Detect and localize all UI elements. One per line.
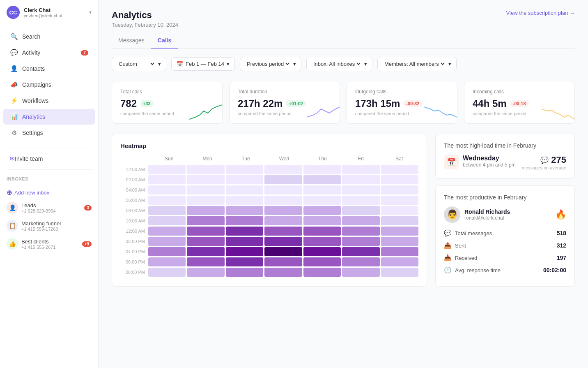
- sidebar-item-workflows[interactable]: ⚡ Workflows: [3, 93, 95, 109]
- heatmap-cell: [187, 257, 224, 266]
- heatmap-cell: [226, 237, 263, 246]
- heatmap-cell: [187, 185, 224, 194]
- calendar-icon: 📅: [444, 155, 459, 169]
- heatmap-day-label: Sun: [150, 156, 188, 162]
- sidebar-item-contacts[interactable]: 👤 Contacts: [3, 61, 95, 76]
- message-count-icon: 💬: [444, 229, 452, 237]
- org-email: yevhen@clerk.chat: [24, 13, 89, 18]
- heatmap-time-label: 02:00 PM: [120, 239, 148, 244]
- heatmap-cell: [303, 268, 341, 277]
- tab-calls[interactable]: Calls: [151, 33, 178, 49]
- compare-filter[interactable]: Previous period No comparison ▾: [240, 57, 301, 71]
- heatmap-cell: [148, 237, 186, 246]
- contacts-icon: 👤: [10, 65, 18, 73]
- tabs: Messages Calls: [112, 33, 575, 49]
- heatmap-cell: [303, 185, 341, 194]
- heatmap-cell: [148, 175, 186, 184]
- stats-row: Total calls 782 +33 compared the same pe…: [112, 81, 575, 124]
- user-name: Ronald Richards: [464, 208, 510, 215]
- period-select[interactable]: Custom Today Last 7 days Last 30 days: [117, 60, 156, 67]
- add-inbox-button[interactable]: ⊕ Add new inbox: [3, 186, 95, 199]
- heatmap-cell: [342, 268, 379, 277]
- heatmap-time-label: 08:00 PM: [120, 270, 148, 275]
- sidebar-item-label: Campaigns: [22, 81, 51, 88]
- sent-icon: 📤: [444, 242, 452, 249]
- activity-icon: 💬: [10, 49, 18, 57]
- heatmap-cell: [148, 196, 186, 205]
- avg-response-label: Avg. response time: [455, 267, 501, 273]
- compare-select[interactable]: Previous period No comparison: [245, 60, 291, 67]
- clock-icon: 🕐: [444, 266, 452, 274]
- high-load-msgs: 💬 275 messages on average: [520, 155, 566, 170]
- heatmap-card: Heatmap SunMonTueWedThuFriSat 12:00 AM02…: [112, 134, 427, 287]
- heatmap-cell: [264, 175, 302, 184]
- heatmap-cell: [342, 216, 379, 225]
- sidebar-header[interactable]: CC Clerk Chat yevhen@clerk.chat ▾: [0, 0, 98, 25]
- heatmap-day-label: Mon: [188, 156, 226, 162]
- heatmap-row: 08:00 AM: [120, 206, 418, 215]
- heatmap-cell: [148, 257, 186, 266]
- leads-badge: 3: [84, 205, 92, 211]
- heatmap-cell: [264, 268, 302, 277]
- marketing-icon: 📋: [7, 220, 18, 231]
- inbox-item-bestclients[interactable]: 👍 Best clients +1 415 555-2671 +9: [3, 235, 95, 252]
- heatmap-cell: [187, 175, 224, 184]
- date-range-filter[interactable]: 📅 Feb 1 — Feb 14 ▾: [171, 57, 235, 71]
- inbox-filter[interactable]: Inbox: All inboxes ▾: [306, 57, 372, 71]
- heatmap-cell: [148, 165, 186, 174]
- heatmap-grid: SunMonTueWedThuFriSat 12:00 AM02:00 AM04…: [120, 156, 418, 277]
- invite-team-button[interactable]: ✉ Invite team: [3, 152, 95, 166]
- sidebar-item-campaigns[interactable]: 📣 Campaigns: [3, 77, 95, 93]
- view-plan-link[interactable]: View the subscription plan →: [506, 10, 575, 16]
- inbox-select[interactable]: Inbox: All inboxes: [312, 60, 362, 67]
- user-row: 👨 Ronald Richards ronald@clerk.chat 🔥: [444, 206, 566, 223]
- heatmap-cell: [226, 216, 263, 225]
- bestclients-info: Best clients +1 415 555-2671: [21, 238, 82, 250]
- stat-card-incoming-calls: Incoming calls 44h 5m -00:18 compared th…: [464, 81, 575, 124]
- heatmap-cell: [264, 237, 302, 246]
- heatmap-day-label: Tue: [227, 156, 265, 162]
- productive-heading: The most productive in February: [444, 194, 566, 201]
- heatmap-row: 04:00 AM: [120, 185, 418, 194]
- heatmap-cell: [381, 175, 418, 184]
- heatmap-cells: [148, 268, 418, 277]
- right-panel: The most high-load time in February 📅 We…: [435, 134, 575, 287]
- heatmap-cell: [226, 196, 263, 205]
- marketing-info: Marketing funnel +1 415 559-17260: [21, 220, 92, 231]
- heatmap-time-label: 08:00 AM: [120, 208, 148, 213]
- stat-label: Total calls: [120, 89, 214, 95]
- heatmap-cell: [264, 196, 302, 205]
- heatmap-cells: [148, 185, 418, 194]
- heatmap-time-label: 04:00 AM: [120, 187, 148, 192]
- members-select[interactable]: Members: All members: [383, 60, 446, 67]
- sidebar-item-settings[interactable]: ⚙ Settings: [3, 125, 95, 141]
- sidebar-item-search[interactable]: 🔍 Search: [3, 29, 95, 44]
- heatmap-cell: [187, 227, 224, 236]
- heatmap-cell: [303, 196, 341, 205]
- invite-icon: ✉: [10, 155, 15, 162]
- inbox-item-marketing[interactable]: 📋 Marketing funnel +1 415 559-17260: [3, 217, 95, 234]
- heatmap-row: 12:00 AM: [120, 227, 418, 236]
- tab-messages[interactable]: Messages: [112, 33, 151, 49]
- high-load-heading: The most high-load time in February: [444, 142, 566, 149]
- heatmap-cell: [381, 247, 418, 256]
- period-filter[interactable]: Custom Today Last 7 days Last 30 days ▾: [112, 57, 166, 71]
- heatmap-row: 10:00 AM: [120, 216, 418, 225]
- heatmap-cell: [148, 185, 186, 194]
- user-avatar: 👨: [444, 206, 460, 223]
- high-load-day: Wednesday: [463, 155, 516, 162]
- nav-items: 🔍 Search 💬 Activity 7 👤 Contacts 📣 Campa…: [0, 25, 98, 144]
- heatmap-cell: [187, 268, 224, 277]
- chevron-icon-5: ▾: [448, 61, 451, 67]
- heatmap-cell: [381, 206, 418, 215]
- heatmap-cell: [226, 185, 263, 194]
- bestclients-badge: +9: [82, 241, 92, 247]
- page-header: Analytics Tuesday, February 10, 2024 Vie…: [112, 10, 575, 28]
- heatmap-cell: [303, 206, 341, 215]
- heatmap-cell: [226, 175, 263, 184]
- sidebar-item-analytics[interactable]: 📊 Analytics: [3, 109, 95, 125]
- inbox-item-leads[interactable]: 👤 Leads +1 628 629-3964 3: [3, 199, 95, 216]
- heatmap-cell: [264, 227, 302, 236]
- members-filter[interactable]: Members: All members ▾: [377, 57, 457, 71]
- sidebar-item-activity[interactable]: 💬 Activity 7: [3, 45, 95, 60]
